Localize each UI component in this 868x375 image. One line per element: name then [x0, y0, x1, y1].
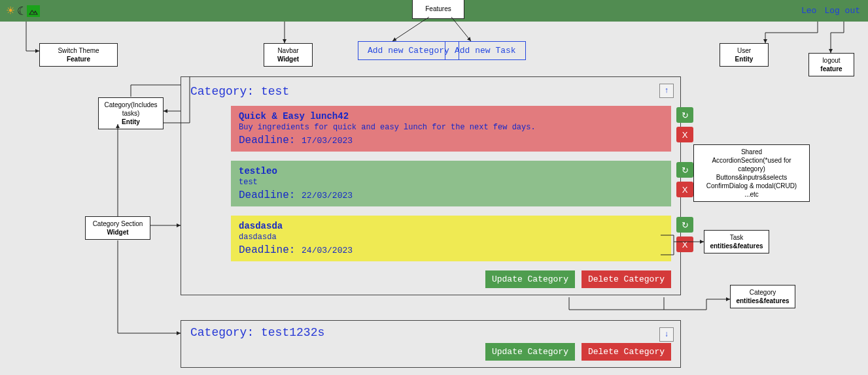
category-panel: Category: test ↑ Quick & Easy lunch42 Bu… [181, 76, 681, 295]
task-desc: test [239, 178, 663, 187]
user-link[interactable]: Leo [801, 6, 816, 16]
label-category-section-widget: Category Section Widget [85, 216, 150, 240]
label-navbar-widget: Navbar Widget [264, 43, 313, 67]
category-title: Category: test1232s [190, 326, 671, 339]
moon-icon: ☾ [17, 4, 24, 18]
add-task-button[interactable]: Add new Task [445, 41, 526, 60]
delete-task-button[interactable]: X [676, 127, 693, 142]
collapse-button[interactable]: ↑ [659, 84, 674, 98]
update-category-button[interactable]: Update Category [485, 343, 575, 361]
refresh-button[interactable]: ↻ [676, 162, 693, 178]
deadline-value: 17/03/2023 [302, 136, 353, 146]
logout-link[interactable]: Log out [824, 6, 860, 16]
task-title: testleo [239, 166, 663, 176]
add-category-button[interactable]: Add new Category [358, 41, 459, 60]
label-category-ef: Category entities&features [730, 285, 795, 308]
delete-task-button[interactable]: X [676, 182, 693, 197]
task-title: Quick & Easy lunch42 [239, 111, 663, 122]
category-panel: Category: test1232s ↓ Update Category De… [181, 320, 681, 368]
deadline-label: Deadline: [239, 135, 295, 146]
deadline-label: Deadline: [239, 244, 295, 256]
task-title: dasdasda [239, 221, 663, 231]
sun-icon: ☀ [7, 3, 14, 19]
delete-category-button[interactable]: Delete Category [582, 343, 671, 361]
task-item: Quick & Easy lunch42 Buy ingredients for… [231, 106, 671, 152]
theme-switcher[interactable]: ☀ ☾ [7, 3, 40, 19]
label-shared: Shared AccordionSection(*used for catego… [693, 144, 810, 202]
task-desc: dasdasda [239, 233, 663, 242]
refresh-icon: ↻ [682, 220, 689, 230]
expand-button[interactable]: ↓ [659, 327, 674, 342]
delete-category-button[interactable]: Delete Category [582, 270, 671, 288]
label-switch-theme: Switch Theme Feature [39, 43, 118, 67]
label-user-entity: User Entity [720, 43, 769, 67]
refresh-icon: ↻ [682, 110, 689, 120]
category-title: Category: test [190, 85, 671, 98]
task-desc: Buy ingredients for quick and easy lunch… [239, 123, 663, 132]
delete-task-button[interactable]: X [676, 236, 693, 252]
chevron-down-icon: ↓ [664, 330, 668, 339]
deadline-value: 24/03/2023 [302, 246, 353, 255]
deadline-label: Deadline: [239, 189, 295, 201]
label-features: Features [412, 0, 464, 19]
image-icon [27, 5, 40, 17]
label-category-entity: Category(Includes tasks) Entity [98, 97, 164, 129]
refresh-button[interactable]: ↻ [676, 107, 693, 123]
chevron-up-icon: ↑ [664, 86, 668, 95]
refresh-button[interactable]: ↻ [676, 217, 693, 233]
task-item: testleo test Deadline: 22/03/2023 ↻ X [231, 161, 671, 206]
deadline-value: 22/03/2023 [302, 191, 353, 201]
refresh-icon: ↻ [682, 165, 689, 175]
label-logout-feature: logout feature [808, 53, 854, 76]
label-task-ef: Task entities&features [704, 230, 769, 253]
task-item: dasdasda dasdasda Deadline: 24/03/2023 ↻… [231, 216, 671, 261]
update-category-button[interactable]: Update Category [485, 270, 575, 288]
